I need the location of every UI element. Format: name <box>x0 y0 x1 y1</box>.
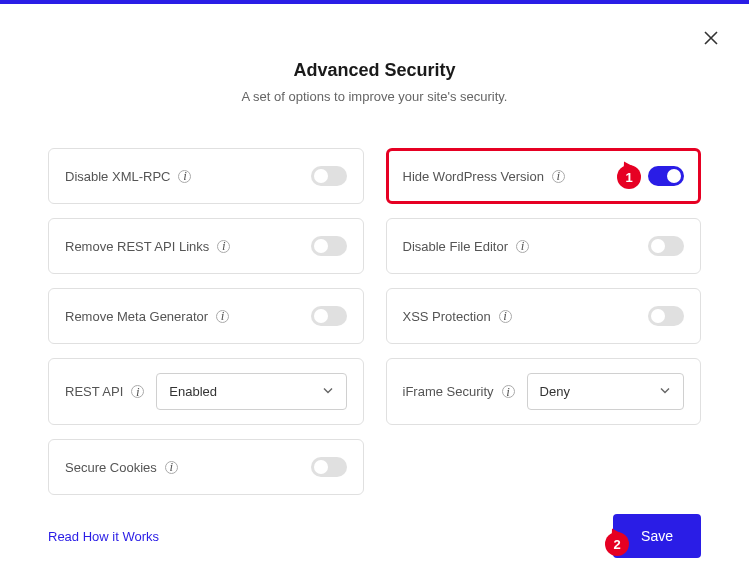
option-label: Disable File Editor <box>403 239 509 254</box>
modal-footer: Read How it Works Save <box>48 514 701 558</box>
option-secure-cookies: Secure Cookies <box>48 439 364 495</box>
info-icon[interactable] <box>516 240 529 253</box>
read-how-it-works-link[interactable]: Read How it Works <box>48 529 159 544</box>
toggle-xss-protection[interactable] <box>648 306 684 326</box>
option-label: iFrame Security <box>403 384 494 399</box>
option-label: Disable XML-RPC <box>65 169 170 184</box>
info-icon[interactable] <box>217 240 230 253</box>
annotation-marker-2: 2 <box>605 532 629 556</box>
info-icon[interactable] <box>165 461 178 474</box>
toggle-secure-cookies[interactable] <box>311 457 347 477</box>
select-value: Enabled <box>169 384 217 399</box>
option-disable-file-editor: Disable File Editor <box>386 218 702 274</box>
chevron-down-icon <box>322 384 334 399</box>
option-label: Secure Cookies <box>65 460 157 475</box>
option-label: Remove Meta Generator <box>65 309 208 324</box>
info-icon[interactable] <box>178 170 191 183</box>
toggle-disable-xml-rpc[interactable] <box>311 166 347 186</box>
option-iframe-security: iFrame Security Deny <box>386 358 702 425</box>
modal-header: Advanced Security A set of options to im… <box>0 60 749 104</box>
info-icon[interactable] <box>499 310 512 323</box>
option-xss-protection: XSS Protection <box>386 288 702 344</box>
close-button[interactable] <box>701 28 721 48</box>
annotation-marker-1: 1 <box>617 165 641 189</box>
option-label: REST API <box>65 384 123 399</box>
top-accent-bar <box>0 0 749 4</box>
option-label: Hide WordPress Version <box>403 169 544 184</box>
info-icon[interactable] <box>502 385 515 398</box>
info-icon[interactable] <box>552 170 565 183</box>
select-iframe-security[interactable]: Deny <box>527 373 684 410</box>
modal-subtitle: A set of options to improve your site's … <box>0 89 749 104</box>
option-hide-wp-version: Hide WordPress Version <box>386 148 702 204</box>
toggle-remove-rest-links[interactable] <box>311 236 347 256</box>
close-icon <box>704 31 718 45</box>
info-icon[interactable] <box>131 385 144 398</box>
toggle-disable-file-editor[interactable] <box>648 236 684 256</box>
select-rest-api[interactable]: Enabled <box>156 373 346 410</box>
option-label: XSS Protection <box>403 309 491 324</box>
option-label: Remove REST API Links <box>65 239 209 254</box>
modal-title: Advanced Security <box>0 60 749 81</box>
toggle-hide-wp-version[interactable] <box>648 166 684 186</box>
options-grid: Disable XML-RPC Hide WordPress Version R… <box>0 148 749 495</box>
toggle-remove-meta-generator[interactable] <box>311 306 347 326</box>
select-value: Deny <box>540 384 570 399</box>
option-rest-api: REST API Enabled <box>48 358 364 425</box>
option-remove-meta-generator: Remove Meta Generator <box>48 288 364 344</box>
option-disable-xml-rpc: Disable XML-RPC <box>48 148 364 204</box>
info-icon[interactable] <box>216 310 229 323</box>
option-remove-rest-links: Remove REST API Links <box>48 218 364 274</box>
chevron-down-icon <box>659 384 671 399</box>
